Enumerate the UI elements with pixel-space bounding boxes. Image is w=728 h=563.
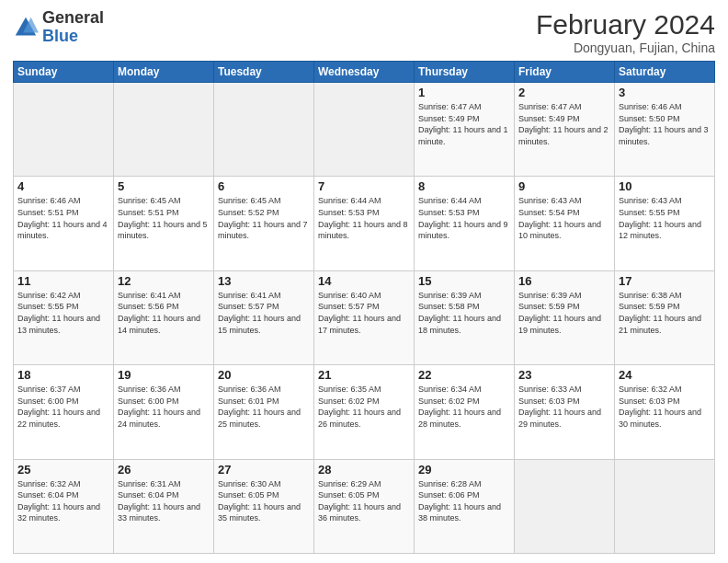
calendar-cell: 2Sunrise: 6:47 AM Sunset: 5:49 PM Daylig… <box>515 83 615 177</box>
week-row-0: 1Sunrise: 6:47 AM Sunset: 5:49 PM Daylig… <box>14 83 715 177</box>
calendar-cell: 7Sunrise: 6:44 AM Sunset: 5:53 PM Daylig… <box>314 177 415 270</box>
day-info: Sunrise: 6:34 AM Sunset: 6:02 PM Dayligh… <box>418 385 501 429</box>
calendar-cell: 16Sunrise: 6:39 AM Sunset: 5:59 PM Dayli… <box>515 270 615 364</box>
day-info: Sunrise: 6:38 AM Sunset: 5:59 PM Dayligh… <box>619 291 701 335</box>
main-title: February 2024 <box>536 9 715 40</box>
weekday-header-friday: Friday <box>515 62 615 83</box>
day-info: Sunrise: 6:41 AM Sunset: 5:56 PM Dayligh… <box>118 291 200 335</box>
day-number: 10 <box>619 179 711 193</box>
day-number: 25 <box>17 463 109 477</box>
calendar-cell <box>214 83 314 177</box>
day-info: Sunrise: 6:42 AM Sunset: 5:55 PM Dayligh… <box>17 291 100 335</box>
calendar-cell <box>515 459 615 553</box>
logo-blue: Blue <box>42 28 104 46</box>
day-info: Sunrise: 6:39 AM Sunset: 5:58 PM Dayligh… <box>418 291 501 335</box>
calendar-body: 1Sunrise: 6:47 AM Sunset: 5:49 PM Daylig… <box>14 83 715 554</box>
day-number: 29 <box>418 463 510 477</box>
weekday-header-wednesday: Wednesday <box>314 62 415 83</box>
day-info: Sunrise: 6:45 AM Sunset: 5:51 PM Dayligh… <box>118 196 208 240</box>
calendar-cell: 1Sunrise: 6:47 AM Sunset: 5:49 PM Daylig… <box>415 83 515 177</box>
logo: General Blue <box>13 9 104 46</box>
day-info: Sunrise: 6:30 AM Sunset: 6:05 PM Dayligh… <box>218 479 301 523</box>
day-number: 4 <box>17 179 109 193</box>
day-number: 1 <box>418 86 510 99</box>
calendar-cell: 3Sunrise: 6:46 AM Sunset: 5:50 PM Daylig… <box>615 83 715 177</box>
calendar-cell: 4Sunrise: 6:46 AM Sunset: 5:51 PM Daylig… <box>14 177 114 270</box>
calendar-cell: 20Sunrise: 6:36 AM Sunset: 6:01 PM Dayli… <box>214 365 314 459</box>
day-info: Sunrise: 6:29 AM Sunset: 6:05 PM Dayligh… <box>318 479 401 523</box>
day-info: Sunrise: 6:36 AM Sunset: 6:00 PM Dayligh… <box>118 385 200 429</box>
day-number: 8 <box>418 179 510 193</box>
calendar-cell: 5Sunrise: 6:45 AM Sunset: 5:51 PM Daylig… <box>114 177 214 270</box>
day-number: 26 <box>118 463 210 477</box>
day-info: Sunrise: 6:46 AM Sunset: 5:51 PM Dayligh… <box>17 196 108 240</box>
title-block: February 2024 Dongyuan, Fujian, China <box>536 9 715 55</box>
day-info: Sunrise: 6:44 AM Sunset: 5:53 PM Dayligh… <box>318 196 408 240</box>
day-info: Sunrise: 6:41 AM Sunset: 5:57 PM Dayligh… <box>218 291 301 335</box>
day-info: Sunrise: 6:43 AM Sunset: 5:54 PM Dayligh… <box>518 196 601 240</box>
subtitle: Dongyuan, Fujian, China <box>536 40 715 55</box>
calendar-cell: 19Sunrise: 6:36 AM Sunset: 6:00 PM Dayli… <box>114 365 214 459</box>
day-number: 11 <box>17 274 109 288</box>
logo-text: General Blue <box>42 9 104 46</box>
day-info: Sunrise: 6:47 AM Sunset: 5:49 PM Dayligh… <box>418 102 508 146</box>
calendar-cell: 10Sunrise: 6:43 AM Sunset: 5:55 PM Dayli… <box>615 177 715 270</box>
calendar-cell: 8Sunrise: 6:44 AM Sunset: 5:53 PM Daylig… <box>415 177 515 270</box>
day-number: 7 <box>318 179 410 193</box>
day-info: Sunrise: 6:37 AM Sunset: 6:00 PM Dayligh… <box>17 385 100 429</box>
calendar-cell: 9Sunrise: 6:43 AM Sunset: 5:54 PM Daylig… <box>515 177 615 270</box>
calendar-header: SundayMondayTuesdayWednesdayThursdayFrid… <box>14 62 715 83</box>
day-info: Sunrise: 6:36 AM Sunset: 6:01 PM Dayligh… <box>218 385 301 429</box>
logo-general: General <box>42 9 104 28</box>
day-info: Sunrise: 6:40 AM Sunset: 5:57 PM Dayligh… <box>318 291 401 335</box>
weekday-header-tuesday: Tuesday <box>214 62 314 83</box>
day-number: 12 <box>118 274 210 288</box>
week-row-3: 18Sunrise: 6:37 AM Sunset: 6:00 PM Dayli… <box>14 365 715 459</box>
day-number: 28 <box>318 463 410 477</box>
day-info: Sunrise: 6:46 AM Sunset: 5:50 PM Dayligh… <box>619 102 709 146</box>
week-row-2: 11Sunrise: 6:42 AM Sunset: 5:55 PM Dayli… <box>14 270 715 364</box>
day-number: 3 <box>619 86 711 99</box>
calendar-cell: 27Sunrise: 6:30 AM Sunset: 6:05 PM Dayli… <box>214 459 314 553</box>
weekday-header-monday: Monday <box>114 62 214 83</box>
calendar-cell: 11Sunrise: 6:42 AM Sunset: 5:55 PM Dayli… <box>14 270 114 364</box>
day-info: Sunrise: 6:33 AM Sunset: 6:03 PM Dayligh… <box>518 385 601 429</box>
calendar-cell: 24Sunrise: 6:32 AM Sunset: 6:03 PM Dayli… <box>615 365 715 459</box>
day-number: 13 <box>218 274 310 288</box>
day-info: Sunrise: 6:32 AM Sunset: 6:03 PM Dayligh… <box>619 385 701 429</box>
day-number: 21 <box>318 368 410 382</box>
calendar-cell: 13Sunrise: 6:41 AM Sunset: 5:57 PM Dayli… <box>214 270 314 364</box>
calendar-cell <box>314 83 415 177</box>
day-info: Sunrise: 6:32 AM Sunset: 6:04 PM Dayligh… <box>17 479 100 523</box>
day-info: Sunrise: 6:31 AM Sunset: 6:04 PM Dayligh… <box>118 479 200 523</box>
day-info: Sunrise: 6:43 AM Sunset: 5:55 PM Dayligh… <box>619 196 701 240</box>
page: General Blue February 2024 Dongyuan, Fuj… <box>0 0 728 563</box>
calendar-cell: 26Sunrise: 6:31 AM Sunset: 6:04 PM Dayli… <box>114 459 214 553</box>
calendar-cell: 23Sunrise: 6:33 AM Sunset: 6:03 PM Dayli… <box>515 365 615 459</box>
calendar-cell: 28Sunrise: 6:29 AM Sunset: 6:05 PM Dayli… <box>314 459 415 553</box>
weekday-header-sunday: Sunday <box>14 62 114 83</box>
logo-icon <box>13 15 39 40</box>
day-number: 27 <box>218 463 310 477</box>
day-number: 19 <box>118 368 210 382</box>
week-row-4: 25Sunrise: 6:32 AM Sunset: 6:04 PM Dayli… <box>14 459 715 553</box>
calendar-cell <box>114 83 214 177</box>
day-number: 24 <box>619 368 711 382</box>
weekday-header-saturday: Saturday <box>615 62 715 83</box>
calendar-cell: 6Sunrise: 6:45 AM Sunset: 5:52 PM Daylig… <box>214 177 314 270</box>
calendar-cell: 25Sunrise: 6:32 AM Sunset: 6:04 PM Dayli… <box>14 459 114 553</box>
day-number: 18 <box>17 368 109 382</box>
day-info: Sunrise: 6:44 AM Sunset: 5:53 PM Dayligh… <box>418 196 508 240</box>
day-number: 5 <box>118 179 210 193</box>
calendar-cell: 14Sunrise: 6:40 AM Sunset: 5:57 PM Dayli… <box>314 270 415 364</box>
day-number: 6 <box>218 179 310 193</box>
day-info: Sunrise: 6:45 AM Sunset: 5:52 PM Dayligh… <box>218 196 308 240</box>
day-number: 14 <box>318 274 410 288</box>
day-number: 15 <box>418 274 510 288</box>
day-info: Sunrise: 6:47 AM Sunset: 5:49 PM Dayligh… <box>518 102 609 146</box>
calendar-cell <box>14 83 114 177</box>
calendar-cell: 22Sunrise: 6:34 AM Sunset: 6:02 PM Dayli… <box>415 365 515 459</box>
day-number: 16 <box>518 274 610 288</box>
day-number: 2 <box>518 86 610 99</box>
calendar-cell: 21Sunrise: 6:35 AM Sunset: 6:02 PM Dayli… <box>314 365 415 459</box>
